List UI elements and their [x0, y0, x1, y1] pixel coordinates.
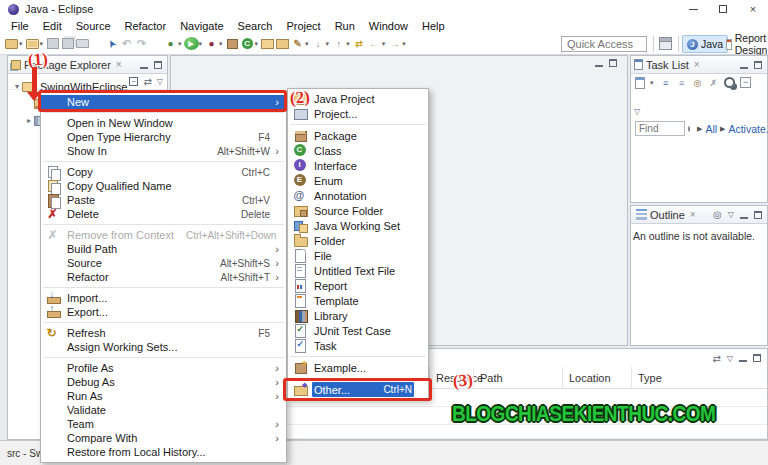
select-tool-icon[interactable]: [104, 36, 119, 52]
menu-item-run-as[interactable]: Run As›: [41, 389, 286, 403]
search-tasks-icon[interactable]: [724, 76, 736, 89]
menu-item-copy-qualified-name[interactable]: Copy Qualified Name: [41, 179, 286, 193]
task-list-link-all[interactable]: All: [705, 123, 717, 135]
menu-item-task[interactable]: Task: [288, 338, 428, 353]
maximize-view-icon[interactable]: [609, 59, 617, 67]
tree-twisty-icon[interactable]: ▾: [12, 82, 22, 91]
menu-item-copy[interactable]: CopyCtrl+C: [41, 165, 286, 179]
dropdown-caret-icon[interactable]: ▾: [305, 40, 309, 48]
menu-item-export[interactable]: Export...: [41, 305, 286, 319]
filters-icon[interactable]: ⇄: [712, 353, 720, 364]
menu-item-paste[interactable]: PasteCtrl+V: [41, 193, 286, 207]
menubar-item-window[interactable]: Window: [362, 20, 415, 32]
menu-item-enum[interactable]: Enum: [288, 173, 428, 188]
menu-item-package[interactable]: Package: [288, 128, 428, 143]
dropdown-caret-icon[interactable]: ▾: [178, 40, 182, 48]
tree-twisty-icon[interactable]: ▸: [24, 116, 34, 125]
task-list-link-activate[interactable]: Activate...: [728, 123, 768, 135]
debug-icon[interactable]: [163, 36, 178, 52]
view-menu-icon[interactable]: ▽: [157, 77, 163, 86]
dropdown-caret-icon[interactable]: ▾: [219, 40, 223, 48]
menubar-item-search[interactable]: Search: [231, 20, 280, 32]
dropdown-caret-icon[interactable]: ▾: [255, 40, 259, 48]
go-into-icon[interactable]: [634, 93, 646, 100]
menu-item-debug-as[interactable]: Debug As›: [41, 375, 286, 389]
find-input[interactable]: [635, 121, 685, 136]
scheduled-icon[interactable]: [676, 76, 688, 89]
new-task-icon[interactable]: [634, 76, 646, 89]
maximize-view-icon[interactable]: [754, 211, 762, 219]
open-perspective-icon[interactable]: [659, 37, 672, 50]
mark-occurrences-icon[interactable]: [290, 36, 305, 52]
menu-item-source-folder[interactable]: Source Folder: [288, 203, 428, 218]
menubar-item-refactor[interactable]: Refactor: [118, 20, 174, 32]
maximize-button[interactable]: [708, 0, 738, 18]
menu-item-refactor[interactable]: RefactorAlt+Shift+T›: [41, 270, 286, 284]
close-tab-icon[interactable]: ×: [690, 209, 696, 220]
minimize-view-icon[interactable]: [140, 61, 148, 69]
new-wizard-icon[interactable]: [4, 36, 19, 52]
menu-item-restore-from-local-history[interactable]: Restore from Local History...: [41, 445, 286, 459]
menu-item-show-in[interactable]: Show InAlt+Shift+W›: [41, 144, 286, 158]
menu-item-open-type-hierarchy[interactable]: Open Type HierarchyF4: [41, 130, 286, 144]
column-header-path[interactable]: Path: [473, 367, 562, 389]
maximize-view-icon[interactable]: [154, 61, 162, 69]
menu-item-interface[interactable]: Interface: [288, 158, 428, 173]
save-all-icon[interactable]: [60, 36, 75, 52]
collapse-all-icon[interactable]: −: [129, 77, 138, 86]
dropdown-caret-icon[interactable]: ▾: [199, 40, 203, 48]
menu-item-class[interactable]: Class: [288, 143, 428, 158]
run-icon[interactable]: [184, 37, 199, 50]
menu-item-open-in-new-window[interactable]: Open in New Window: [41, 116, 286, 130]
dropdown-caret-icon[interactable]: ▾: [40, 40, 44, 48]
menu-item-compare-with[interactable]: Compare With›: [41, 431, 286, 445]
sort-icon[interactable]: ◎: [713, 209, 722, 220]
minimize-view-icon[interactable]: [595, 59, 603, 67]
menu-item-refresh[interactable]: RefreshF5: [41, 326, 286, 340]
close-tab-icon[interactable]: ×: [116, 59, 122, 70]
coverage-icon[interactable]: [204, 36, 219, 52]
close-tab-icon[interactable]: ×: [694, 59, 700, 70]
menu-item-annotation[interactable]: Annotation: [288, 188, 428, 203]
undo-icon[interactable]: [119, 36, 134, 52]
categorized-icon[interactable]: [660, 76, 672, 89]
menubar-item-file[interactable]: File: [4, 20, 36, 32]
quick-access-input[interactable]: [561, 36, 647, 52]
menu-item-assign-working-sets[interactable]: Assign Working Sets...: [41, 340, 286, 354]
minimize-view-icon[interactable]: [740, 61, 748, 69]
new-class-icon[interactable]: [240, 36, 255, 52]
menu-item-template[interactable]: Template: [288, 293, 428, 308]
menu-item-file[interactable]: File: [288, 248, 428, 263]
print-icon[interactable]: [75, 36, 90, 52]
view-menu-icon[interactable]: ▽: [634, 107, 640, 116]
menubar-item-project[interactable]: Project: [279, 20, 327, 32]
menu-item-delete[interactable]: DeleteDelete: [41, 207, 286, 221]
redo-icon[interactable]: [134, 36, 149, 52]
dropdown-caret-icon[interactable]: ▾: [19, 40, 23, 48]
maximize-view-icon[interactable]: [754, 61, 762, 69]
close-button[interactable]: ×: [738, 0, 768, 18]
back-icon[interactable]: [367, 36, 382, 52]
column-header-location[interactable]: Location: [562, 367, 631, 389]
perspective-report-design-button[interactable]: Report Design: [722, 35, 768, 53]
link-with-editor-icon[interactable]: ⇄: [143, 76, 151, 87]
minimize-view-icon[interactable]: [740, 211, 748, 219]
menu-item-remove-from-context[interactable]: Remove from ContextCtrl+Alt+Shift+Down: [41, 228, 286, 242]
menubar-item-help[interactable]: Help: [415, 20, 452, 32]
view-menu-icon[interactable]: ▽: [727, 354, 733, 363]
focus-icon[interactable]: [692, 76, 704, 89]
menubar-item-navigate[interactable]: Navigate: [173, 20, 230, 32]
ext-folder-icon[interactable]: [275, 36, 290, 52]
column-header-type[interactable]: Type: [631, 367, 737, 389]
menu-item-project[interactable]: Project...: [288, 106, 428, 121]
menubar-item-source[interactable]: Source: [69, 20, 118, 32]
outline-tab[interactable]: Outline × ◎ ▽: [631, 206, 767, 224]
next-annotation-icon[interactable]: [311, 36, 326, 52]
forward-icon[interactable]: [387, 36, 402, 52]
menu-item-example[interactable]: Example...: [288, 360, 428, 375]
new-package-icon[interactable]: [225, 36, 240, 52]
maximize-view-icon[interactable]: [753, 354, 761, 362]
collapse-tasks-icon[interactable]: [740, 76, 752, 89]
open-folder-icon[interactable]: [260, 36, 275, 52]
menubar-item-run[interactable]: Run: [328, 20, 362, 32]
